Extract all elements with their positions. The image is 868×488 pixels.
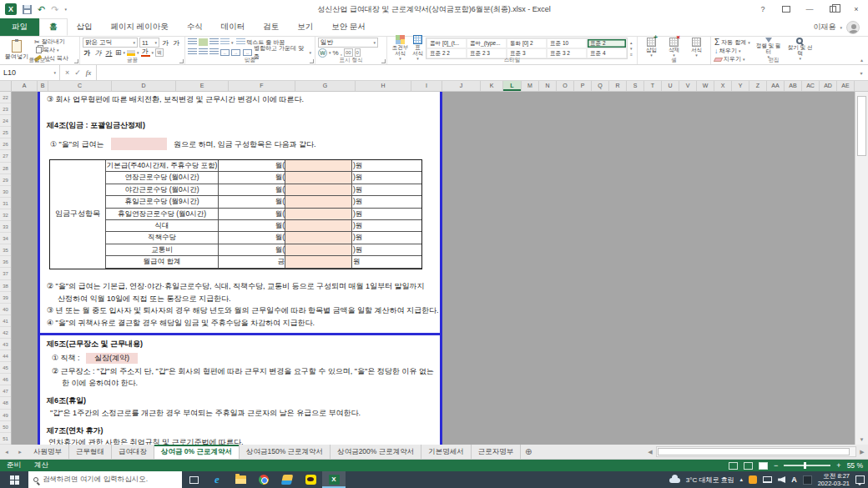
scroll-left-icon[interactable]: ◀ <box>644 445 656 459</box>
font-size-select[interactable]: 11▾ <box>139 38 159 48</box>
cell-style-item[interactable]: 표준 2 <box>587 38 627 48</box>
fill-color-button[interactable] <box>127 50 135 56</box>
row-header[interactable]: 24 <box>0 115 11 127</box>
column-header[interactable]: X <box>714 81 732 91</box>
italic-button[interactable]: 가 <box>93 48 103 58</box>
collapse-ribbon-icon[interactable]: ▴ <box>860 57 863 63</box>
ribbon-tab[interactable]: 보안 문서 <box>322 18 375 36</box>
font-color-button[interactable]: 가 <box>141 48 150 57</box>
sheet-tab[interactable]: 급여대장 <box>112 445 154 459</box>
kakaotalk-tray-icon[interactable] <box>749 475 757 484</box>
increase-decimal-button[interactable]: 00 <box>344 48 353 57</box>
page-break-view-icon[interactable] <box>759 462 768 470</box>
zoom-in-icon[interactable]: + <box>836 461 840 470</box>
chrome-button[interactable] <box>252 471 275 488</box>
orientation-icon[interactable] <box>220 38 230 46</box>
column-header[interactable]: Q <box>592 81 609 91</box>
sheet-tab[interactable]: 근무형태 <box>69 445 112 459</box>
ribbon-tab[interactable]: 검토 <box>254 18 288 36</box>
autosum-button[interactable]: Σ자동 합계▾ <box>714 38 751 47</box>
salary-input-cell[interactable] <box>111 138 167 150</box>
wage-amount-cell[interactable] <box>285 209 352 219</box>
app-button[interactable] <box>275 471 299 488</box>
worksheet-grid[interactable]: 2223242526272829303132333435363738394041… <box>0 92 868 445</box>
row-header[interactable]: 36 <box>0 256 11 268</box>
formula-input[interactable] <box>97 65 855 80</box>
minimize-button[interactable]: — <box>798 0 821 18</box>
calc-indicator[interactable]: 계산 <box>34 460 48 470</box>
wage-amount-cell[interactable] <box>285 232 352 243</box>
row-header[interactable]: 33 <box>0 221 11 233</box>
dialog-launcher-icon[interactable] <box>310 59 314 63</box>
row-header[interactable]: 41 <box>0 315 11 327</box>
name-box[interactable]: L10▾ <box>0 65 60 80</box>
ribbon-tab[interactable]: 수식 <box>178 18 212 36</box>
comma-style-button[interactable]: , <box>341 49 342 57</box>
ime-mode-text[interactable]: A <box>791 475 797 484</box>
row-header[interactable]: 45 <box>0 362 11 374</box>
column-header[interactable]: I <box>411 81 442 91</box>
row-header[interactable]: 34 <box>0 233 11 244</box>
row-header[interactable]: 42 <box>0 327 11 339</box>
percent-style-button[interactable]: % <box>333 49 339 57</box>
column-header[interactable]: S <box>627 81 644 91</box>
row-header[interactable]: 27 <box>0 150 11 162</box>
row-header[interactable]: 32 <box>0 209 11 221</box>
column-header[interactable]: B <box>38 81 48 91</box>
column-header[interactable]: AD <box>820 81 837 91</box>
row-header[interactable]: 50 <box>0 421 11 433</box>
wage-amount-cell[interactable] <box>285 184 352 195</box>
row-header[interactable]: 39 <box>0 292 11 304</box>
underline-button[interactable]: 가 <box>104 48 114 58</box>
sheet-tab[interactable]: 상여금200% 근로계약서 <box>331 445 421 459</box>
row-header[interactable]: 26 <box>0 138 11 150</box>
column-header[interactable]: W <box>697 81 714 91</box>
wage-amount-cell[interactable] <box>285 256 352 267</box>
column-header[interactable]: AB <box>785 81 802 91</box>
file-explorer-button[interactable] <box>229 471 252 488</box>
zoom-out-icon[interactable]: − <box>774 461 778 470</box>
ribbon-tab[interactable]: 보기 <box>288 18 322 36</box>
dialog-launcher-icon[interactable] <box>74 59 78 63</box>
row-header[interactable]: 31 <box>0 198 11 209</box>
font-name-select[interactable]: 맑은 고딕▾ <box>83 38 138 48</box>
normal-view-icon[interactable] <box>729 462 738 470</box>
row-header[interactable]: 47 <box>0 385 11 397</box>
row-header[interactable]: 37 <box>0 268 11 279</box>
clock[interactable]: 오전 8:27 2022-03-21 <box>818 472 850 487</box>
ribbon-tab[interactable]: 파일 <box>0 18 39 36</box>
network-icon[interactable] <box>763 476 772 483</box>
scroll-right-icon[interactable]: ▶ <box>856 445 868 459</box>
cell-style-item[interactable]: 표준 10 <box>547 38 587 48</box>
start-button[interactable] <box>0 471 28 488</box>
internet-explorer-button[interactable]: e <box>205 471 229 488</box>
sheet-nav-right-icon[interactable]: ▸ <box>13 445 27 459</box>
column-header[interactable]: J <box>442 81 481 91</box>
row-header[interactable]: 23 <box>0 103 11 115</box>
volume-icon[interactable] <box>778 476 785 483</box>
row-header[interactable]: 49 <box>0 410 11 421</box>
row-header[interactable]: 48 <box>0 397 11 409</box>
wage-amount-cell[interactable] <box>285 172 352 183</box>
cell-style-item[interactable]: 통화 [0] 2 <box>507 38 547 48</box>
action-center-icon[interactable] <box>855 475 865 484</box>
ribbon-display-button[interactable] <box>775 0 798 18</box>
add-sheet-button[interactable]: ⊕ <box>521 445 536 459</box>
align-top-icon[interactable] <box>188 38 197 46</box>
ribbon-tab[interactable]: 홈 <box>39 18 68 36</box>
align-bottom-icon[interactable] <box>209 38 219 46</box>
column-header[interactable]: O <box>557 81 574 91</box>
page-layout-view-icon[interactable] <box>744 462 753 470</box>
horizontal-scrollbar[interactable]: ◀ ▶ <box>644 445 868 459</box>
column-header[interactable]: T <box>644 81 662 91</box>
ribbon-tab[interactable]: 삽입 <box>68 18 102 36</box>
align-center-icon[interactable] <box>199 48 208 56</box>
zoom-slider[interactable] <box>784 465 830 466</box>
scroll-down-icon[interactable]: ▼ <box>855 434 868 445</box>
excel-taskbar-button[interactable]: X <box>322 471 346 488</box>
column-header[interactable]: H <box>356 81 411 91</box>
insert-function-icon[interactable]: fx <box>86 68 92 77</box>
taskbar-search-input[interactable]: 검색하려면 여기에 입력하십시오. <box>28 471 182 488</box>
weather-text[interactable]: 3°C 대체로 흐림 <box>686 475 734 485</box>
kakaotalk-button[interactable] <box>299 471 322 488</box>
